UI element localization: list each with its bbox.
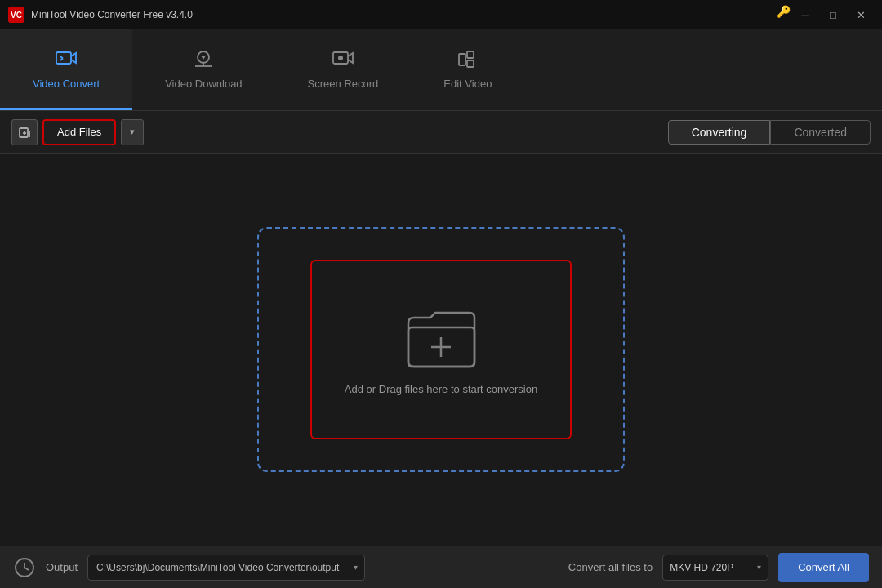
- format-text: MKV HD 720P: [670, 562, 752, 573]
- key-icon[interactable]: 🔑: [777, 5, 791, 24]
- format-selector[interactable]: MKV HD 720P ▾: [662, 555, 768, 581]
- title-bar-controls: 🔑 ─ □ ✕: [777, 5, 874, 24]
- add-files-icon-button[interactable]: [11, 119, 38, 145]
- chevron-down-icon: ▾: [130, 127, 135, 137]
- video-download-icon: [192, 48, 215, 71]
- tab-edit-video[interactable]: Edit Video: [411, 29, 524, 110]
- clock-icon[interactable]: [13, 556, 36, 579]
- minimize-button[interactable]: ─: [792, 5, 818, 24]
- svg-rect-0: [56, 52, 71, 64]
- sub-tabs: Converting Converted: [668, 120, 871, 145]
- svg-rect-9: [459, 54, 466, 65]
- output-path-dropdown-icon: ▾: [354, 563, 358, 572]
- svg-line-21: [24, 568, 29, 570]
- add-files-button[interactable]: Add Files: [42, 119, 116, 145]
- video-convert-icon: [55, 48, 78, 71]
- edit-video-icon: [457, 48, 479, 71]
- toolbar: Add Files ▾ Converting Converted: [0, 111, 882, 154]
- svg-point-8: [338, 56, 343, 60]
- drop-zone-outer: Add or Drag files here to start conversi…: [257, 227, 625, 472]
- convert-all-label: Convert all files to: [568, 561, 653, 573]
- nav-tabs: Video Convert Video Download Screen Reco…: [0, 29, 882, 111]
- title-bar: VC MiniTool Video Converter Free v3.4.0 …: [0, 0, 882, 29]
- svg-rect-11: [467, 60, 474, 67]
- dropdown-arrow-button[interactable]: ▾: [121, 119, 144, 145]
- tab-video-convert-label: Video Convert: [33, 78, 100, 90]
- converted-tab[interactable]: Converted: [770, 120, 871, 145]
- tab-screen-record[interactable]: Screen Record: [275, 29, 412, 110]
- main-area: Add or Drag files here to start conversi…: [0, 154, 882, 546]
- svg-line-2: [60, 58, 63, 60]
- title-bar-left: VC MiniTool Video Converter Free v3.4.0: [8, 7, 193, 23]
- maximize-button[interactable]: □: [820, 5, 846, 24]
- svg-marker-4: [201, 56, 206, 60]
- drop-zone-inner[interactable]: Add or Drag files here to start conversi…: [310, 260, 572, 439]
- folder-plus-icon: [404, 305, 478, 370]
- format-dropdown-icon: ▾: [757, 563, 761, 572]
- svg-rect-10: [467, 51, 474, 58]
- converting-tab[interactable]: Converting: [668, 120, 771, 145]
- tab-video-download[interactable]: Video Download: [132, 29, 274, 110]
- tab-edit-video-label: Edit Video: [443, 78, 492, 90]
- tab-screen-record-label: Screen Record: [308, 78, 379, 90]
- bottom-bar: Output C:\Users\bj\Documents\MiniTool Vi…: [0, 546, 882, 588]
- screen-record-icon: [332, 48, 354, 71]
- close-button[interactable]: ✕: [848, 5, 874, 24]
- title-bar-title: MiniTool Video Converter Free v3.4.0: [31, 9, 193, 20]
- output-path-container[interactable]: C:\Users\bj\Documents\MiniTool Video Con…: [87, 555, 365, 581]
- drop-zone-text: Add or Drag files here to start conversi…: [345, 383, 537, 395]
- output-label: Output: [46, 561, 78, 573]
- convert-all-button[interactable]: Convert All: [778, 553, 869, 582]
- tab-video-convert[interactable]: Video Convert: [0, 29, 132, 110]
- app-logo: VC: [8, 7, 24, 23]
- tab-video-download-label: Video Download: [165, 78, 242, 90]
- output-path-text: C:\Users\bj\Documents\MiniTool Video Con…: [96, 562, 349, 573]
